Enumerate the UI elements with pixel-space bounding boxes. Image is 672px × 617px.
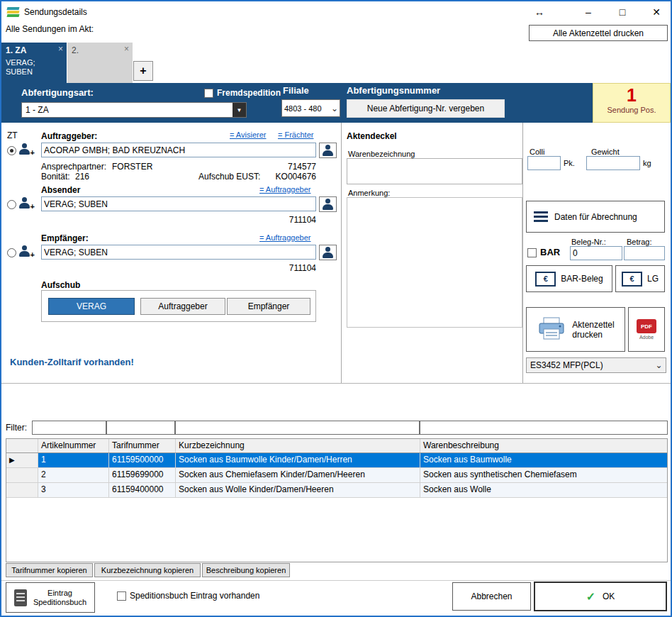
cell-artikelnummer: 1	[38, 453, 109, 467]
combo-chevron-icon[interactable]: ⌄	[652, 358, 666, 372]
filter-input-artikelnummer[interactable]	[32, 421, 106, 435]
copy-kurzbezeichnung-button[interactable]: Kurzbezeichnung kopieren	[94, 563, 201, 577]
absender-contact-lookup-button[interactable]	[319, 196, 337, 212]
person-icon	[322, 247, 334, 258]
speditionsbuch-eintrag-button[interactable]: Eintrag Speditionsbuch	[6, 582, 95, 613]
lg-label: LG	[647, 274, 659, 284]
tab-close-icon[interactable]: ×	[58, 44, 63, 54]
person-icon: +	[18, 245, 30, 257]
person-icon: +	[18, 143, 30, 155]
aufschub-eust-value: KO004676	[241, 172, 316, 182]
auftraggeber-label: Auftraggeber:	[41, 131, 97, 141]
bar-beleg-button[interactable]: € BAR-Beleg	[526, 265, 612, 292]
pdf-export-button[interactable]: PDF Adobe	[628, 307, 665, 352]
column-header[interactable]: Kurzbezeichnung	[176, 439, 420, 452]
filter-label: Filter:	[6, 423, 27, 433]
column-header[interactable]: Tarifnummer	[109, 439, 176, 452]
ok-label: OK	[603, 591, 615, 601]
cell-warenbeschreibung: Socken aus Baumwolle	[420, 453, 667, 467]
minimize-button[interactable]: –	[578, 4, 599, 20]
abfertigungsart-value: 1 - ZA	[22, 103, 233, 117]
absender-label: Absender	[41, 185, 80, 195]
aufschub-auftraggeber-button[interactable]: Auftraggeber	[140, 298, 225, 315]
gewicht-input[interactable]	[586, 156, 640, 170]
combo-chevron-icon[interactable]: ⌄	[330, 100, 340, 116]
aufschub-empfaenger-button[interactable]: Empfänger	[227, 298, 310, 315]
shipment-tab-2[interactable]: 2. ×	[67, 43, 133, 83]
shipment-tab-1[interactable]: 1. ZA × VERAG; SUBEN	[1, 43, 67, 83]
betrag-label: Betrag:	[627, 238, 651, 246]
table-row[interactable]: 3 61159400000 Socken aus Wolle Kinder/Da…	[6, 483, 667, 498]
app-logo-icon	[7, 6, 20, 18]
absender-auftraggeber-link[interactable]: = Auftraggeber	[259, 185, 310, 194]
column-header[interactable]: Artikelnummer	[38, 439, 109, 452]
betrag-input[interactable]	[624, 246, 665, 260]
empfaenger-auftraggeber-link[interactable]: = Auftraggeber	[259, 233, 310, 242]
ok-button[interactable]: ✓ OK	[534, 582, 667, 611]
absender-add-contact-icon[interactable]: +	[18, 197, 35, 211]
person-icon	[322, 145, 334, 156]
empfaenger-contact-lookup-button[interactable]	[319, 245, 337, 260]
anmerkung-textarea[interactable]	[347, 197, 522, 328]
resize-arrows-icon[interactable]: ↔	[530, 4, 549, 20]
colli-label: Colli	[530, 148, 544, 156]
dropdown-arrow-icon[interactable]: ▼	[233, 103, 246, 117]
close-button[interactable]: ✕	[646, 4, 667, 20]
avisierer-link[interactable]: = Avisierer	[230, 130, 266, 139]
copy-beschreibung-button[interactable]: Beschreibung kopieren	[202, 563, 290, 577]
filiale-combo[interactable]: 4803 - 480 ⌄	[281, 99, 340, 117]
auftraggeber-radio[interactable]	[7, 146, 16, 155]
empfaenger-radio[interactable]	[7, 248, 16, 257]
auftraggeber-contact-lookup-button[interactable]	[319, 143, 337, 158]
tab-title: 2.	[72, 45, 79, 55]
warenbezeichnung-input[interactable]	[347, 158, 522, 184]
bar-checkbox[interactable]	[527, 248, 537, 257]
fremdspedition-checkbox[interactable]	[204, 89, 213, 98]
euro-banknote-icon: €	[622, 272, 642, 287]
abfertigungsart-dropdown[interactable]: 1 - ZA ▼	[21, 102, 247, 118]
row-selector-cell	[6, 483, 38, 497]
filter-input-warenbeschreibung[interactable]	[420, 421, 668, 435]
cell-artikelnummer: 3	[38, 483, 109, 497]
daten-abrechnung-label: Daten für Abrechnung	[554, 212, 637, 222]
add-shipment-tab-button[interactable]: +	[133, 61, 153, 81]
person-icon: +	[18, 197, 30, 209]
tab-subtitle: VERAG; SUBEN	[6, 58, 51, 77]
empfaenger-add-contact-icon[interactable]: +	[18, 245, 35, 260]
auftraggeber-input[interactable]	[41, 143, 316, 157]
plus-icon: +	[30, 203, 35, 211]
print-all-aktenzettel-button[interactable]: Alle Aktenzettel drucken	[529, 25, 668, 41]
printer-select[interactable]: ES3452 MFP(PCL) ⌄	[526, 357, 666, 373]
copy-tarifnummer-button[interactable]: Tarifnummer kopieren	[6, 563, 93, 577]
zt-label: ZT	[7, 130, 18, 140]
fraechter-link[interactable]: = Frächter	[278, 130, 313, 139]
empfaenger-input[interactable]	[41, 245, 316, 260]
column-header[interactable]: Warenbeschreibung	[420, 439, 667, 452]
aufschub-verag-button[interactable]: VERAG	[48, 298, 135, 315]
table-row[interactable]: 2 61159699000 Socken aus Chemiefasem Kin…	[6, 468, 667, 483]
absender-radio[interactable]	[7, 200, 16, 209]
cancel-button[interactable]: Abbrechen	[452, 582, 531, 611]
filter-input-tarifnummer[interactable]	[106, 421, 175, 435]
tab-close-icon[interactable]: ×	[124, 44, 129, 54]
daten-abrechnung-button[interactable]: Daten für Abrechnung	[526, 201, 665, 233]
aktenzettel-drucken-button[interactable]: Aktenzettel drucken	[526, 307, 625, 352]
cell-kurzbezeichnung: Socken aus Chemiefasem Kinder/Damen/Heer…	[176, 468, 420, 482]
tab-title: 1. ZA	[6, 45, 26, 55]
list-icon	[534, 211, 548, 222]
maximize-button[interactable]: □	[612, 4, 633, 20]
auftraggeber-add-contact-icon[interactable]: +	[18, 143, 35, 157]
colli-input[interactable]	[527, 156, 561, 170]
beleg-nr-input[interactable]	[570, 246, 622, 260]
absender-input[interactable]	[41, 196, 316, 211]
speditionsbuch-checkbox[interactable]	[117, 591, 126, 601]
cell-warenbeschreibung: Socken aus synthetischen Chemiefasem	[420, 468, 667, 482]
lg-button[interactable]: € LG	[615, 265, 665, 292]
aktenzettel-label-line2: drucken	[572, 330, 603, 340]
table-row[interactable]: ▶ 1 61159500000 Socken aus Baumwolle Kin…	[6, 453, 667, 468]
check-icon: ✓	[586, 590, 595, 604]
cell-warenbeschreibung: Socken aus Wolle	[420, 483, 667, 497]
absender-number: 711104	[241, 215, 316, 225]
filter-input-kurzbezeichnung[interactable]	[175, 421, 420, 435]
new-abfertigungsnummer-button[interactable]: Neue Abfertigung-Nr. vergeben	[347, 99, 505, 118]
